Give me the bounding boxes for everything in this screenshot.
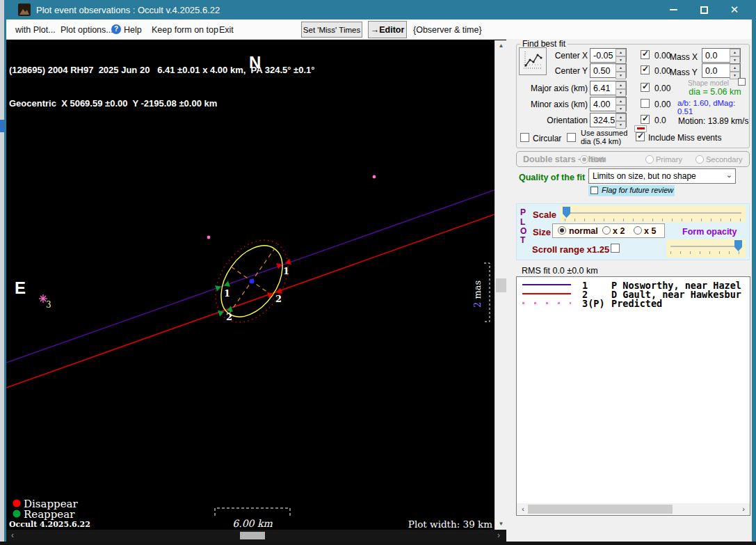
center-x-input[interactable]: -0.05▲▼ xyxy=(590,48,627,63)
plot-area[interactable]: (128695) 2004 RH97 2025 Jun 20 6.41 ±0.0… xyxy=(6,40,494,530)
double-primary-label: Primary xyxy=(656,155,682,164)
list-item[interactable]: 3(P) Predicted xyxy=(517,298,750,308)
major-axis-spinner[interactable]: ▲▼ xyxy=(616,81,626,95)
double-secondary-radio[interactable] xyxy=(695,155,704,164)
fit-chart-button[interactable] xyxy=(519,47,547,75)
flag-review-box: Flag for future review xyxy=(588,185,675,196)
list-item[interactable]: 2 D Gault, near Hawkesbur xyxy=(517,289,750,299)
quality-select[interactable]: Limits on size, but no shape ⌄ xyxy=(588,168,736,184)
chord-2-swatch xyxy=(522,293,571,294)
minimize-button[interactable] xyxy=(662,0,684,19)
form-opacity-label: Form opacity xyxy=(682,227,737,237)
list-item[interactable]: 1 P Nosworthy, near Hazel xyxy=(517,280,750,290)
scroll-up-arrow[interactable]: ▲ xyxy=(497,41,506,51)
maximize-button[interactable] xyxy=(693,0,715,19)
quality-value: Limits on size, but no shape xyxy=(593,171,696,181)
sky-plot-canvas[interactable]: 3 1 2 1 2 N E 2 mas 6. xyxy=(6,40,494,530)
scale-bar-label: 6.00 km xyxy=(232,518,273,529)
center-x-fit-checkbox[interactable] xyxy=(641,50,650,59)
menu-plot-options[interactable]: Plot options... xyxy=(61,25,113,35)
orientation-fit-checkbox[interactable] xyxy=(641,115,650,124)
chord-1-line xyxy=(6,190,494,363)
mass-y-spinner[interactable]: ▲▼ xyxy=(730,64,740,77)
list-horizontal-scrollbar[interactable]: ‹ › xyxy=(517,503,750,514)
menu-keep-on-top[interactable]: Keep form on top xyxy=(152,25,218,35)
flag-review-label: Flag for future review xyxy=(602,186,673,194)
minor-axis-label: Minor axis (km) xyxy=(525,100,588,109)
minor-axis-input[interactable]: 4.00▲▼ xyxy=(590,97,627,111)
center-y-spinner[interactable]: ▲▼ xyxy=(616,64,626,77)
mass-y-input[interactable]: 0.0▲▼ xyxy=(702,63,741,78)
scroll-right-arrow[interactable]: › xyxy=(494,531,504,540)
window-frame-right xyxy=(752,19,756,542)
menu-with-plot[interactable]: with Plot... xyxy=(15,25,56,35)
scroll-down-arrow[interactable]: ▼ xyxy=(497,519,506,529)
help-icon[interactable]: ? xyxy=(111,24,121,34)
scroll-left-arrow[interactable]: ‹ xyxy=(8,531,17,540)
minor-axis-fit-checkbox[interactable] xyxy=(641,99,650,108)
chord-1-swatch xyxy=(522,284,571,285)
scroll-range-checkbox[interactable] xyxy=(611,244,620,253)
window-frame-bottom xyxy=(0,542,756,545)
chart-icon xyxy=(522,50,543,71)
menu-help[interactable]: Help xyxy=(124,25,142,35)
list-scroll-left-arrow[interactable]: ‹ xyxy=(518,505,528,514)
circular-checkbox[interactable] xyxy=(520,133,529,142)
horizontal-scroll-thumb[interactable] xyxy=(240,532,265,539)
use-assumed-label-1: Use assumed xyxy=(581,129,627,137)
plot-horizontal-scrollbar[interactable]: ‹ › xyxy=(6,530,506,542)
double-both-label: Both xyxy=(590,155,606,164)
rms-fit-value: RMS fit 0.0 ±0.0 km xyxy=(522,266,598,276)
center-x-label: Center X xyxy=(546,51,588,61)
chevron-down-icon: ⌄ xyxy=(726,171,732,180)
plot-vertical-scrollbar[interactable]: ▲ ▼ xyxy=(494,40,506,530)
opacity-slider-groove xyxy=(670,246,741,247)
minor-axis-spinner[interactable]: ▲▼ xyxy=(616,97,626,111)
include-miss-checkbox[interactable] xyxy=(636,132,645,141)
size-x2-label: x 2 xyxy=(613,226,625,236)
double-both-radio[interactable] xyxy=(580,155,588,164)
orientation-spinner[interactable]: ▲▼ xyxy=(616,113,626,127)
vertical-scroll-thumb[interactable] xyxy=(496,278,506,292)
size-x2-radio[interactable] xyxy=(602,226,611,235)
size-x5-label: x 5 xyxy=(644,226,656,236)
mass-x-spinner[interactable]: ▲▼ xyxy=(730,49,740,62)
east-label: E xyxy=(15,278,26,297)
size-normal-radio[interactable] xyxy=(558,226,566,235)
use-assumed-checkbox[interactable] xyxy=(567,133,576,142)
orientation-input[interactable]: 324.5▲▼ xyxy=(590,113,627,127)
predicted-swatch xyxy=(522,302,571,304)
close-button[interactable]: ✕ xyxy=(723,0,746,19)
mass-x-input[interactable]: 0.0▲▼ xyxy=(702,48,741,63)
title-bar[interactable]: Plot event observations : Occult v.4.202… xyxy=(4,0,756,19)
orientation-sigma: 0.0 xyxy=(654,116,666,125)
reappear-legend-label: Reappear xyxy=(24,508,75,521)
editor-button[interactable]: →Editor xyxy=(368,21,407,38)
major-axis-fit-checkbox[interactable] xyxy=(641,83,650,92)
center-x-spinner[interactable]: ▲▼ xyxy=(616,49,626,62)
scale-slider-groove xyxy=(564,212,741,214)
list-scroll-thumb[interactable] xyxy=(528,505,673,514)
menu-exit[interactable]: Exit xyxy=(219,25,234,35)
double-primary-radio[interactable] xyxy=(645,155,654,164)
menu-bar: with Plot... Plot options... ? Help Keep… xyxy=(6,19,752,40)
center-y-sigma: 0.00 xyxy=(654,66,670,76)
opacity-slider-track[interactable] xyxy=(666,239,746,258)
observer-list[interactable]: 1 P Nosworthy, near Hazel 2 D Gault, nea… xyxy=(516,276,750,516)
list-scroll-right-arrow[interactable]: › xyxy=(739,505,748,514)
center-y-input[interactable]: 0.50▲▼ xyxy=(590,63,627,78)
size-x5-radio[interactable] xyxy=(634,226,642,235)
plot-width-label: Plot width: 39 km xyxy=(408,519,492,530)
center-y-fit-checkbox[interactable] xyxy=(641,65,650,74)
major-axis-input[interactable]: 6.41▲▼ xyxy=(590,81,627,95)
chord-2-line xyxy=(6,214,494,388)
observer-num: 3(P) xyxy=(582,298,605,309)
major-axis-sigma: 0.00 xyxy=(654,84,670,93)
plot-letter-p: P xyxy=(520,207,526,217)
shape-model-checkbox[interactable] xyxy=(738,78,746,86)
flag-review-checkbox[interactable] xyxy=(590,187,598,194)
orientation-label: Orientation xyxy=(525,116,588,125)
set-miss-times-button[interactable]: Set 'Miss' Times xyxy=(301,22,362,38)
app-icon xyxy=(18,3,31,16)
motion-value: Motion: 13.89 km/s xyxy=(678,116,748,126)
